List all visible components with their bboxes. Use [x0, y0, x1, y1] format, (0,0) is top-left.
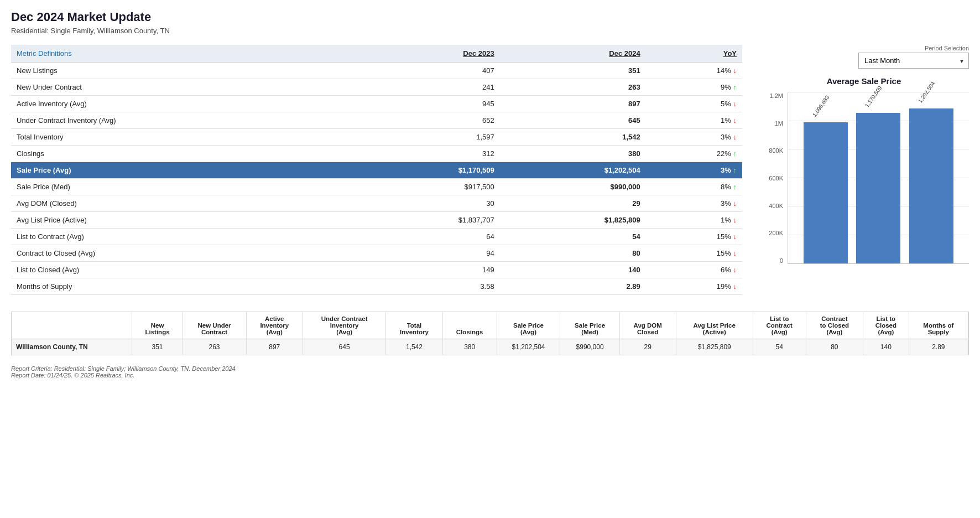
summary-cell: $1,202,504: [497, 339, 560, 355]
summary-cell: 897: [246, 339, 303, 355]
period-select-wrapper[interactable]: Last MonthLast 3 MonthsLast 6 MonthsLast…: [858, 53, 969, 69]
metric-name: Sale Price (Avg): [11, 162, 354, 179]
summary-cell: $990,000: [560, 339, 619, 355]
yoy-value: 19% ↓: [646, 278, 742, 295]
table-row: New Under Contract 241 263 9% ↑: [11, 79, 742, 96]
metric-name: Total Inventory: [11, 129, 354, 146]
col1-value: $917,500: [354, 179, 500, 195]
summary-col-header: Contractto Closed(Avg): [806, 312, 863, 339]
yoy-value: 15% ↓: [646, 229, 742, 245]
table-row: Under Contract Inventory (Avg) 652 645 1…: [11, 112, 742, 129]
metric-name: Avg DOM (Closed): [11, 195, 354, 212]
metric-name: Sale Price (Med): [11, 179, 354, 195]
summary-cell: 380: [442, 339, 497, 355]
metric-name: New Under Contract: [11, 79, 354, 96]
summary-cell: 1,542: [386, 339, 443, 355]
bar-value-label: 1,170,509: [864, 85, 883, 108]
summary-region-label: Williamson County, TN: [12, 339, 132, 355]
y-axis-label: 200K: [769, 230, 783, 236]
y-axis-label: 1.2M: [770, 92, 783, 99]
summary-section: NewListingsNew UnderContractActiveInvent…: [11, 312, 969, 355]
down-arrow-icon: ↓: [733, 266, 737, 274]
summary-col-header: Avg DOMClosed: [619, 312, 676, 339]
down-arrow-icon: ↓: [733, 199, 737, 208]
down-arrow-icon: ↓: [733, 100, 737, 108]
yoy-value: 3% ↓: [646, 129, 742, 146]
yoy-value: 22% ↑: [646, 146, 742, 162]
col2-value: 380: [500, 146, 646, 162]
col2-value: 263: [500, 79, 646, 96]
col1-value: $1,170,509: [354, 162, 500, 179]
page-subtitle: Residential: Single Family, Williamson C…: [11, 27, 969, 35]
yoy-value: 15% ↓: [646, 245, 742, 262]
yoy-value: 1% ↓: [646, 112, 742, 129]
metric-name: List to Closed (Avg): [11, 262, 354, 278]
period-label: Period Selection: [759, 45, 969, 51]
metric-name: List to Contract (Avg): [11, 229, 354, 245]
col1-value: 1,597: [354, 129, 500, 146]
down-arrow-icon: ↓: [733, 232, 737, 241]
col1-value: 3.58: [354, 278, 500, 295]
summary-cell: 54: [753, 339, 806, 355]
summary-cell: 645: [303, 339, 386, 355]
col-header-yoy: YoY: [646, 45, 742, 63]
bar-group: 1,170,509: [856, 102, 900, 263]
metrics-table: Metric Definitions Dec 2023 Dec 2024 YoY…: [11, 45, 742, 295]
table-row: Sale Price (Med) $917,500 $990,000 8% ↑: [11, 179, 742, 195]
up-arrow-icon: ↑: [733, 166, 737, 174]
table-row: Active Inventory (Avg) 945 897 5% ↓: [11, 96, 742, 112]
table-header-row: Metric Definitions Dec 2023 Dec 2024 YoY: [11, 45, 742, 63]
col1-value: 312: [354, 146, 500, 162]
bar-group: 1,096,683: [804, 112, 848, 263]
down-arrow-icon: ↓: [733, 216, 737, 224]
summary-col-header: Under ContractInventory(Avg): [303, 312, 386, 339]
col1-value: 64: [354, 229, 500, 245]
table-row: Months of Supply 3.58 2.89 19% ↓: [11, 278, 742, 295]
y-axis-label: 0: [780, 257, 783, 264]
summary-col-header: TotalInventory: [386, 312, 443, 339]
yoy-value: 5% ↓: [646, 96, 742, 112]
table-row: Avg DOM (Closed) 30 29 3% ↓: [11, 195, 742, 212]
col2-value: 140: [500, 262, 646, 278]
summary-col-header: [12, 312, 132, 339]
summary-col-header: Months ofSupply: [909, 312, 968, 339]
summary-cell: 2.89: [909, 339, 968, 355]
y-axis-label: 800K: [769, 147, 783, 154]
metric-name: Contract to Closed (Avg): [11, 245, 354, 262]
summary-cell: 263: [183, 339, 246, 355]
col2-value: 897: [500, 96, 646, 112]
summary-col-header: Sale Price(Avg): [497, 312, 560, 339]
summary-data-row: Williamson County, TN3512638976451,54238…: [12, 339, 968, 355]
y-axis: 0200K400K600K800K1M1.2M: [759, 92, 786, 264]
col1-value: 945: [354, 96, 500, 112]
col1-value: 149: [354, 262, 500, 278]
summary-col-header: Closings: [442, 312, 497, 339]
yoy-value: 3% ↑: [646, 162, 742, 179]
yoy-value: 3% ↓: [646, 195, 742, 212]
table-row: Total Inventory 1,597 1,542 3% ↓: [11, 129, 742, 146]
table-row: New Listings 407 351 14% ↓: [11, 63, 742, 79]
col1-value: 652: [354, 112, 500, 129]
down-arrow-icon: ↓: [733, 249, 737, 257]
chart-container: Average Sale Price 0200K400K600K800K1M1.…: [759, 76, 969, 281]
metric-name: Avg List Price (Active): [11, 212, 354, 229]
col1-value: 407: [354, 63, 500, 79]
bar: [909, 108, 953, 263]
footer-line1: Report Criteria: Residential: Single Fam…: [11, 365, 969, 372]
table-row: Sale Price (Avg) $1,170,509 $1,202,504 3…: [11, 162, 742, 179]
summary-table: NewListingsNew UnderContractActiveInvent…: [12, 312, 968, 355]
metric-name: New Listings: [11, 63, 354, 79]
col1-value: $1,837,707: [354, 212, 500, 229]
footer: Report Criteria: Residential: Single Fam…: [11, 365, 969, 379]
col1-value: 94: [354, 245, 500, 262]
summary-col-header: NewListings: [132, 312, 183, 339]
period-select[interactable]: Last MonthLast 3 MonthsLast 6 MonthsLast…: [858, 53, 969, 69]
col-header-metric: Metric Definitions: [11, 45, 354, 63]
chart-inner: 1,096,6831,170,5091,202,504 Dec, 22Dec, …: [788, 92, 969, 264]
metric-name: Months of Supply: [11, 278, 354, 295]
col2-value: 351: [500, 63, 646, 79]
col2-value: 2.89: [500, 278, 646, 295]
period-selection-container: Period Selection Last MonthLast 3 Months…: [759, 45, 969, 69]
col2-value: 1,542: [500, 129, 646, 146]
summary-cell: 351: [132, 339, 183, 355]
